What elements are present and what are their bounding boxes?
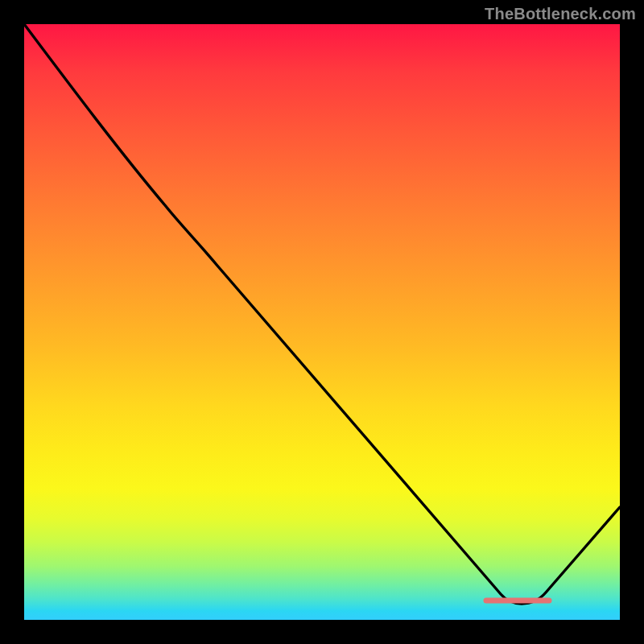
chart-lines-layer: [24, 24, 620, 620]
watermark-text: TheBottleneck.com: [485, 5, 636, 23]
bottleneck-curve: [24, 24, 620, 604]
chart-container: TheBottleneck.com: [0, 0, 644, 644]
